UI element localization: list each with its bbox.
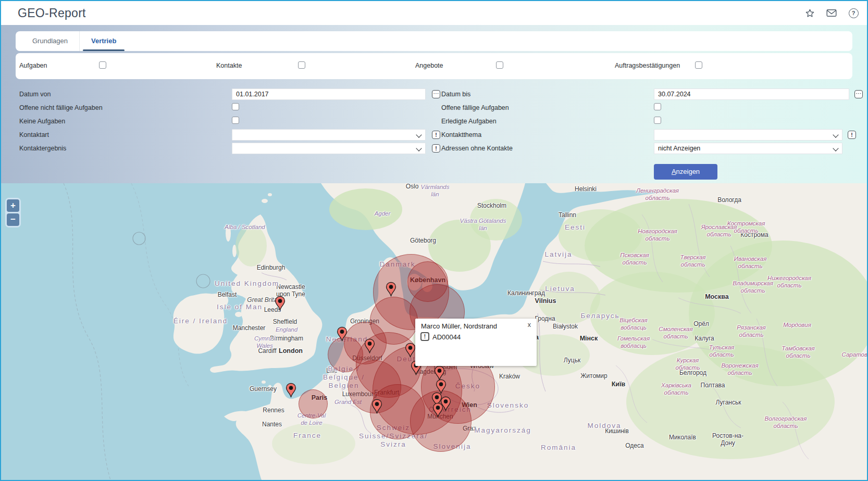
tab-vertrieb[interactable]: Vertrieb: [79, 31, 128, 51]
offene-nicht-faellige-label: Offene nicht fällige Aufgaben: [19, 102, 103, 113]
popup-address-code: AD00044: [432, 333, 461, 341]
erledigte-aufgaben-checkbox[interactable]: [654, 117, 661, 124]
mail-icon[interactable]: [826, 8, 837, 18]
map-marker[interactable]: [434, 365, 445, 381]
kontaktergebnis-label: Kontaktergebnis: [19, 143, 66, 154]
kontaktart-info-icon[interactable]: [432, 131, 440, 139]
offene-faellige-checkbox[interactable]: [654, 103, 661, 110]
auftragsbestaetigungen-checkbox[interactable]: [695, 61, 702, 69]
datum-von-label: Datum von: [19, 88, 51, 100]
datum-bis-datepicker-icon[interactable]: [854, 90, 863, 98]
offene-faellige-label: Offene fällige Aufgaben: [441, 102, 509, 113]
map-marker[interactable]: [405, 343, 416, 358]
filter-fields: Datum von Datum bis Offene nicht fällige…: [16, 81, 852, 181]
map-marker[interactable]: [275, 296, 286, 311]
adressen-ohne-kontakte-select[interactable]: nicht Anzeigen: [654, 143, 842, 154]
chevron-down-icon: [416, 145, 421, 151]
open-tasks-row: Offene nicht fällige Aufgaben Offene fäl…: [16, 102, 852, 113]
adressen-ohne-kontakte-label: Adressen ohne Kontakte: [441, 143, 513, 154]
kontaktergebnis-row: Kontaktergebnis Adressen ohne Kontakte n…: [16, 143, 852, 154]
offene-nicht-faellige-checkbox[interactable]: [232, 103, 239, 110]
popup-close-button[interactable]: x: [528, 321, 531, 328]
help-icon[interactable]: [848, 8, 859, 18]
keine-aufgaben-checkbox[interactable]: [232, 117, 239, 124]
map-marker[interactable]: [386, 282, 396, 297]
map-zoom-control: + −: [5, 198, 21, 227]
map[interactable]: OsloHelsinkiStockholmTallinnGöteborgEdin…: [1, 183, 867, 480]
chevron-down-icon: [416, 132, 421, 137]
map-marker[interactable]: [371, 399, 382, 414]
favorite-star-icon[interactable]: [804, 8, 815, 18]
kontaktart-label: Kontaktart: [19, 129, 49, 141]
kontakte-label: Kontakte: [216, 62, 242, 69]
kontaktthema-select[interactable]: [654, 129, 842, 141]
header-actions: [804, 8, 859, 18]
erledigte-aufgaben-label: Erledigte Aufgaben: [441, 116, 497, 127]
auftragsbestaetigungen-label: Auftragsbestätigungen: [615, 62, 680, 69]
kontaktergebnis-info-icon[interactable]: [432, 144, 440, 153]
kontaktthema-label: Kontaktthema: [441, 129, 481, 141]
kontakte-checkbox[interactable]: [298, 61, 305, 69]
document-type-row: Aufgaben Kontakte Angebote Auftragsbestä…: [16, 53, 852, 79]
map-marker[interactable]: [364, 338, 375, 353]
zoom-out-button[interactable]: −: [7, 213, 19, 226]
datum-von-datepicker-icon[interactable]: [432, 90, 440, 98]
geo-report-window: GEO-Report Grundlagen Vertrieb Aufgaben …: [0, 0, 868, 481]
popup-title: Marco Müller, Nordstrand: [421, 322, 497, 330]
datum-von-input[interactable]: [232, 88, 426, 100]
map-cluster-circle: [299, 389, 328, 419]
datum-bis-input[interactable]: [654, 88, 849, 100]
kontaktart-row: Kontaktart Kontaktthema: [16, 129, 852, 141]
map-marker[interactable]: [286, 383, 296, 398]
filter-panel: Grundlagen Vertrieb Aufgaben Kontakte An…: [1, 25, 867, 183]
datum-bis-label: Datum bis: [441, 88, 470, 100]
date-row: Datum von Datum bis: [16, 88, 852, 100]
zoom-in-button[interactable]: +: [7, 199, 19, 212]
aufgaben-checkbox[interactable]: [99, 61, 106, 69]
app-header: GEO-Report: [1, 1, 867, 25]
page-title: GEO-Report: [18, 6, 804, 20]
map-marker[interactable]: [432, 402, 443, 417]
anzeigen-button[interactable]: Anzeigen: [654, 164, 717, 180]
no-tasks-row: Keine Aufgaben Erledigte Aufgaben: [16, 116, 852, 127]
angebote-checkbox[interactable]: [496, 61, 503, 69]
tab-grundlagen[interactable]: Grundlagen: [21, 31, 79, 51]
kontaktart-select[interactable]: [232, 129, 426, 141]
kontaktthema-info-icon[interactable]: [848, 131, 856, 139]
map-marker[interactable]: [337, 326, 348, 341]
chevron-down-icon: [833, 132, 838, 137]
aufgaben-label: Aufgaben: [19, 62, 47, 69]
keine-aufgaben-label: Keine Aufgaben: [19, 116, 65, 127]
tab-bar: Grundlagen Vertrieb: [16, 31, 852, 51]
popup-info-icon[interactable]: [420, 332, 429, 341]
map-popup: Marco Müller, Nordstrand x AD00044: [415, 319, 537, 366]
kontaktergebnis-select[interactable]: [232, 143, 426, 154]
angebote-label: Angebote: [415, 62, 443, 69]
